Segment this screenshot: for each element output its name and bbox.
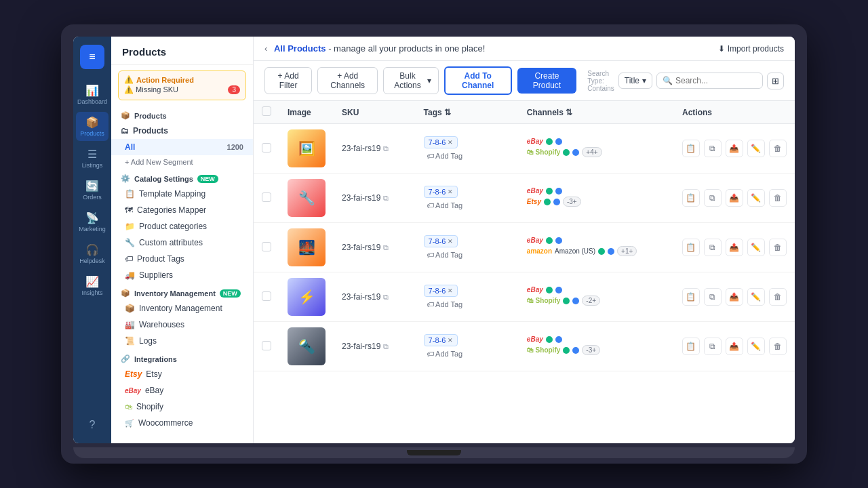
- insights-icon: 📈: [85, 275, 99, 288]
- bulk-actions-button[interactable]: Bulk Actions ▾: [383, 67, 438, 94]
- sidebar-item-marketing[interactable]: 📡 Marketing: [76, 207, 108, 237]
- row-2-tag-remove[interactable]: ✕: [448, 188, 453, 195]
- row-4-sku-copy-icon[interactable]: ⧉: [383, 293, 389, 302]
- sidebar-item-dashboard[interactable]: 📊 Dashboard: [76, 80, 108, 109]
- custom-attributes-item[interactable]: 🔧 Custom attributes: [111, 235, 253, 251]
- suppliers-item[interactable]: 🚚 Suppliers: [111, 267, 253, 283]
- row-3-sku-copy-icon[interactable]: ⧉: [383, 243, 389, 252]
- add-channels-button[interactable]: + Add Channels: [317, 67, 378, 94]
- row-1-shopify-blue-dot: [572, 149, 579, 156]
- inventory-management-item[interactable]: 📦 Inventory Management: [111, 300, 253, 317]
- row-5-edit-button[interactable]: ✏️: [747, 338, 765, 355]
- warehouses-item[interactable]: 🏭 Warehouses: [111, 317, 253, 333]
- channels-filter-icon[interactable]: ⇅: [566, 108, 572, 117]
- select-all-checkbox[interactable]: [262, 106, 271, 116]
- row-2-tags-cell: 7-8-6 ✕ 🏷 Add Tag: [416, 174, 519, 223]
- row-2-checkbox[interactable]: [262, 192, 271, 202]
- row-2-sku: 23-fai-rs19: [342, 193, 380, 203]
- row-1-export-button[interactable]: 📤: [726, 140, 743, 157]
- row-1-checkbox[interactable]: [262, 143, 271, 152]
- row-3-export-button[interactable]: 📤: [726, 239, 743, 256]
- row-5-export-button[interactable]: 📤: [726, 338, 743, 355]
- create-product-button[interactable]: Create Product: [517, 68, 577, 94]
- row-3-edit-button[interactable]: ✏️: [747, 239, 765, 256]
- tags-filter-icon[interactable]: ⇅: [444, 108, 451, 117]
- row-5-more-channels[interactable]: -3+: [582, 345, 600, 355]
- row-5-tag: 7-8-6 ✕: [424, 334, 458, 346]
- actions-column-header: Actions: [674, 101, 795, 124]
- sidebar-item-insights[interactable]: 📈 Insights: [76, 271, 108, 300]
- ebay-item[interactable]: eBay eBay: [111, 382, 253, 399]
- product-tags-item[interactable]: 🏷 Product Tags: [111, 251, 253, 267]
- row-4-copy-button[interactable]: ⧉: [704, 288, 722, 306]
- help-button[interactable]: ?: [76, 415, 108, 435]
- row-5-tag-remove[interactable]: ✕: [448, 337, 453, 344]
- row-4-more-channels[interactable]: -2+: [582, 296, 600, 306]
- row-2-delete-button[interactable]: 🗑: [769, 189, 787, 207]
- row-5-copy-button[interactable]: ⧉: [704, 338, 722, 355]
- grid-view-button[interactable]: ⊞: [767, 73, 784, 89]
- row-1-edit-button[interactable]: ✏️: [747, 140, 765, 157]
- row-3-delete-button[interactable]: 🗑: [769, 239, 787, 256]
- etsy-item[interactable]: Etsy Etsy: [111, 366, 253, 382]
- row-4-edit-button[interactable]: ✏️: [747, 288, 765, 306]
- app-logo[interactable]: ≡: [80, 45, 104, 69]
- row-5-add-tag[interactable]: 🏷 Add Tag: [424, 348, 466, 359]
- row-4-view-button[interactable]: 📋: [682, 288, 700, 306]
- row-3-more-channels[interactable]: +1+: [617, 246, 637, 256]
- segment-all[interactable]: All 1200: [111, 139, 253, 155]
- back-arrow[interactable]: ‹: [264, 43, 267, 54]
- row-4-add-tag[interactable]: 🏷 Add Tag: [424, 299, 466, 310]
- row-4-export-button[interactable]: 📤: [726, 288, 743, 306]
- row-1-more-channels[interactable]: +4+: [582, 147, 601, 157]
- woocommerce-item[interactable]: 🛒 Woocommerce: [111, 415, 253, 431]
- title-select[interactable]: Title ▾: [618, 73, 652, 89]
- row-1-tag-remove[interactable]: ✕: [448, 139, 453, 146]
- row-2-sku-copy-icon[interactable]: ⧉: [383, 194, 389, 203]
- import-products-button[interactable]: ⬇ Import products: [718, 44, 784, 54]
- products-main-item[interactable]: 🗂 Products: [111, 123, 253, 139]
- sidebar-item-orders[interactable]: 🔄 Orders: [76, 176, 108, 205]
- row-1-add-tag[interactable]: 🏷 Add Tag: [424, 150, 466, 161]
- row-2-more-channels[interactable]: -3+: [563, 197, 581, 207]
- sidebar-item-listings[interactable]: ☰ Listings: [76, 144, 108, 173]
- row-4-tag-remove[interactable]: ✕: [448, 287, 453, 294]
- row-5-view-button[interactable]: 📋: [682, 338, 700, 355]
- categories-mapper-item[interactable]: 🗺 Categories Mapper: [111, 202, 253, 218]
- row-2-add-tag[interactable]: 🏷 Add Tag: [424, 200, 466, 211]
- row-3-tag-remove[interactable]: ✕: [448, 238, 453, 245]
- add-to-channel-button[interactable]: Add To Channel: [444, 66, 512, 95]
- row-5-checkbox[interactable]: [262, 341, 271, 350]
- template-mapping-item[interactable]: 📋 Template Mapping: [111, 186, 253, 202]
- row-2-edit-button[interactable]: ✏️: [747, 189, 765, 207]
- shopify-item[interactable]: 🛍 Shopify: [111, 399, 253, 415]
- row-2-view-button[interactable]: 📋: [682, 189, 700, 207]
- row-3-add-tag[interactable]: 🏷 Add Tag: [424, 249, 466, 260]
- row-2-export-button[interactable]: 📤: [726, 189, 743, 207]
- row-4-delete-button[interactable]: 🗑: [769, 288, 787, 306]
- row-1-sku-copy-icon[interactable]: ⧉: [383, 144, 389, 153]
- missing-sku-item[interactable]: ⚠️ Missing SKU 3: [124, 84, 240, 96]
- row-1-tags-cell: 7-8-6 ✕ 🏷 Add Tag: [416, 124, 519, 174]
- product-categories-item[interactable]: 📁 Product categories: [111, 218, 253, 235]
- row-1-delete-button[interactable]: 🗑: [769, 140, 787, 157]
- row-2-copy-button[interactable]: ⧉: [704, 189, 722, 207]
- sidebar-item-products[interactable]: 📦 Products: [76, 112, 108, 141]
- add-segment-btn[interactable]: + Add New Segment: [111, 155, 253, 169]
- row-1-copy-button[interactable]: ⧉: [704, 140, 722, 157]
- row-5-tags-cell: 7-8-6 ✕ 🏷 Add Tag: [416, 322, 519, 371]
- sidebar-item-helpdesk[interactable]: 🎧 Helpdesk: [76, 239, 108, 268]
- logs-item[interactable]: 📜 Logs: [111, 333, 253, 349]
- row-3-checkbox[interactable]: [262, 242, 271, 251]
- add-filter-button[interactable]: + Add Filter: [264, 67, 312, 94]
- row-3-view-button[interactable]: 📋: [682, 239, 700, 256]
- search-input[interactable]: [675, 76, 757, 85]
- row-5-delete-button[interactable]: 🗑: [769, 338, 787, 355]
- row-5-sku-copy-icon[interactable]: ⧉: [383, 342, 389, 351]
- row-3-amazon-blue-dot: [608, 248, 614, 255]
- row-2-etsy-green-dot: [544, 199, 551, 205]
- row-4-checkbox[interactable]: [262, 291, 271, 301]
- row-1-view-button[interactable]: 📋: [682, 140, 700, 157]
- row-4-shopify-green-dot: [563, 298, 570, 304]
- row-3-copy-button[interactable]: ⧉: [704, 239, 722, 256]
